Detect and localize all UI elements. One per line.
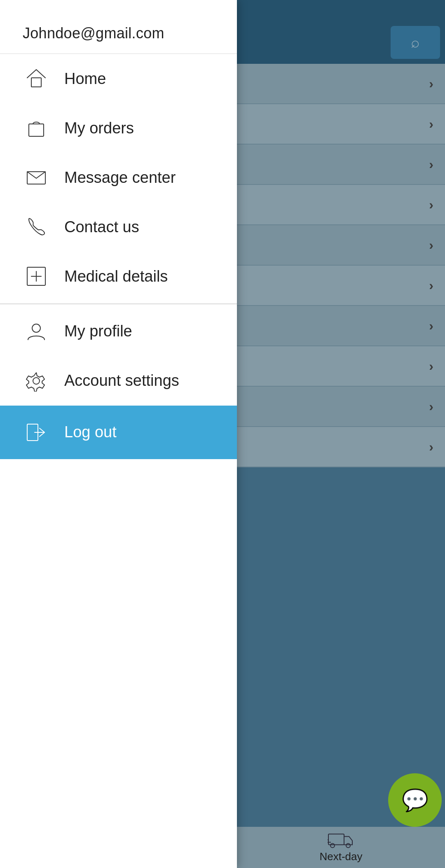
nav-item-my-profile-label: My profile: [64, 322, 132, 340]
nav-item-medical-details[interactable]: Medical details: [0, 252, 237, 301]
nav-item-my-orders[interactable]: My orders: [0, 103, 237, 153]
user-email: Johndoe@gmail.com: [23, 25, 164, 42]
bag-icon: [23, 115, 49, 142]
nav-item-medical-details-label: Medical details: [64, 268, 168, 285]
chat-fab-button[interactable]: 💬: [388, 773, 442, 827]
drawer-nav: Home My orders Message center: [0, 54, 237, 868]
gear-icon: [23, 367, 49, 394]
nav-item-my-profile[interactable]: My profile: [0, 307, 237, 356]
overlay-scrim: [237, 0, 445, 868]
nav-divider: [0, 303, 237, 304]
nav-item-account-settings-label: Account settings: [64, 372, 179, 390]
nav-item-message-center-label: Message center: [64, 169, 176, 187]
envelope-icon: [23, 164, 49, 191]
nav-item-contact-us[interactable]: Contact us: [0, 202, 237, 252]
plus-icon: [23, 263, 49, 290]
svg-rect-5: [31, 78, 41, 87]
svg-rect-6: [29, 124, 44, 136]
chat-icon: 💬: [402, 788, 429, 813]
phone-icon: [23, 214, 49, 240]
nav-item-account-settings[interactable]: Account settings: [0, 356, 237, 406]
home-icon: [23, 65, 49, 92]
drawer-email-section: Johndoe@gmail.com: [0, 0, 237, 54]
nav-item-message-center[interactable]: Message center: [0, 153, 237, 202]
nav-item-home[interactable]: Home: [0, 54, 237, 103]
nav-item-logout[interactable]: Log out: [0, 406, 237, 459]
nav-item-home-label: Home: [64, 70, 106, 88]
nav-item-logout-label: Log out: [64, 423, 117, 441]
navigation-drawer: Johndoe@gmail.com Home My orders: [0, 0, 237, 868]
drawer-spacer: [0, 459, 237, 868]
nav-item-my-orders-label: My orders: [64, 119, 134, 137]
nav-item-contact-us-label: Contact us: [64, 218, 139, 236]
person-icon: [23, 318, 49, 345]
svg-point-11: [32, 324, 40, 332]
logout-icon: [23, 419, 49, 446]
svg-point-12: [33, 378, 40, 384]
